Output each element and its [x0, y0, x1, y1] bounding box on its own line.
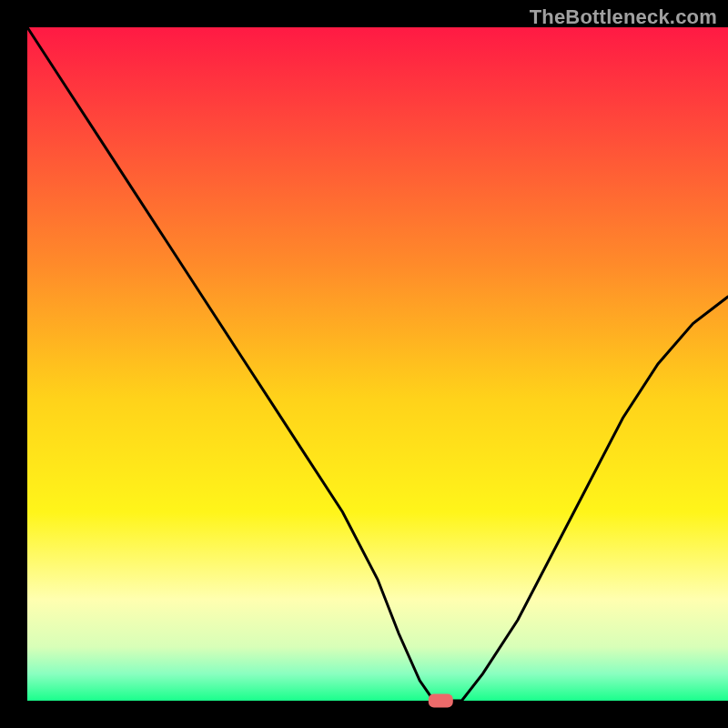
- optimum-marker: [429, 694, 453, 708]
- watermark-text: TheBottleneck.com: [530, 5, 717, 29]
- bottleneck-chart: [0, 0, 728, 728]
- plot-background: [27, 27, 728, 701]
